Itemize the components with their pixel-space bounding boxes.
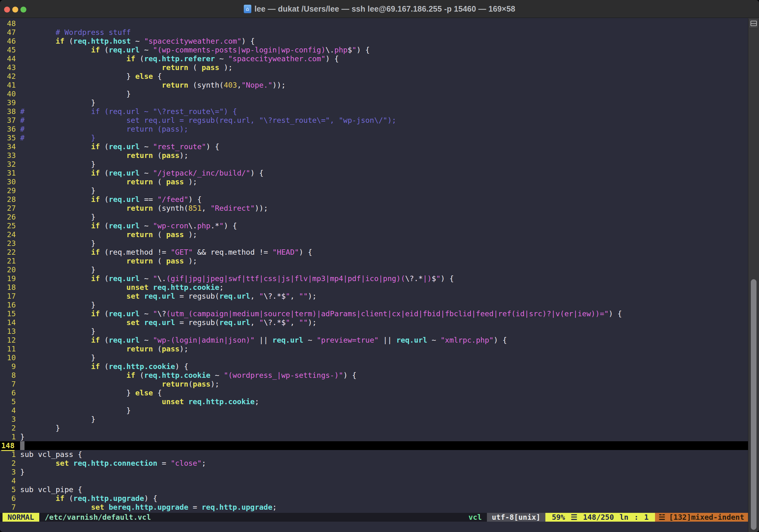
code-line: 1sub vcl_pass { xyxy=(0,450,748,459)
line-number: 45 xyxy=(3,46,16,54)
code-line: 32 } xyxy=(0,160,748,169)
window-title: lee — dukat /Users/lee — ssh lee@69.167.… xyxy=(255,4,515,14)
code-line: 8 if (req.http.cookie ~ "(wordpress_|wp-… xyxy=(0,371,748,380)
command-line[interactable] xyxy=(0,522,748,530)
code-line: 21 return ( pass ); xyxy=(0,256,748,265)
scrollbar[interactable] xyxy=(748,18,759,532)
terminal-rows: 4847 # Wordpress stuff46 if (req.http.ho… xyxy=(0,18,748,513)
code-line: 45 if (req.url ~ "(wp-comments-posts|wp-… xyxy=(0,46,748,54)
line-number: 48 xyxy=(3,19,16,28)
code-line: 6 } else { xyxy=(0,389,748,397)
home-folder-proxy-icon[interactable]: ⌂ xyxy=(244,5,251,13)
file-path: /etc/varnish/default.vcl xyxy=(45,513,151,522)
code-line: 37# set req.url = regsub(req.url, "\?res… xyxy=(0,116,748,125)
line-number: 46 xyxy=(3,37,16,46)
column-number: 1 xyxy=(644,513,649,522)
line-number: 41 xyxy=(3,81,16,90)
code-line: 20 } xyxy=(0,265,748,274)
code-line: 35# } xyxy=(0,133,748,142)
line-number: 4 xyxy=(3,406,16,415)
line-number: 44 xyxy=(3,54,16,63)
line-number: 29 xyxy=(3,186,16,195)
code-line: 7 return(pass); xyxy=(0,380,748,389)
code-line: 4 } xyxy=(0,406,748,415)
line-number: 27 xyxy=(3,204,16,212)
line-number: 37 xyxy=(3,116,16,125)
code-line: 19 if (req.url ~ "\.(gif|jpg|jpeg|swf|tt… xyxy=(0,274,748,283)
code-line: 33 return (pass); xyxy=(0,151,748,160)
line-number: 36 xyxy=(3,125,16,133)
terminal-window: ⌂ lee — dukat /Users/lee — ssh lee@69.16… xyxy=(0,0,759,532)
code-line: 15 if (req.url ~ "\?(utm_(campaign|mediu… xyxy=(0,309,748,318)
line-number: 10 xyxy=(3,353,16,362)
title-bar[interactable]: ⌂ lee — dukat /Users/lee — ssh lee@69.16… xyxy=(0,0,759,18)
mixed-indent-warning: ☱ [132]mixed-indent xyxy=(655,513,748,522)
line-number: 39 xyxy=(3,98,16,107)
code-line: 13 } xyxy=(0,327,748,336)
code-line: 31 if (req.url ~ "/jetpack/_inc/build/")… xyxy=(0,169,748,177)
filetype-indicator: vcl xyxy=(468,513,482,522)
code-line: 3 } xyxy=(0,415,748,424)
line-number: 33 xyxy=(3,151,16,160)
code-line: 40 } xyxy=(0,90,748,98)
column-colon: : xyxy=(634,513,638,522)
line-number: 47 xyxy=(3,28,16,37)
line-number: 26 xyxy=(3,212,16,221)
scroll-position-indicator: 59% ☰ 148/250 ln : 1 xyxy=(545,513,655,522)
line-number: 2 xyxy=(3,459,16,468)
close-button[interactable] xyxy=(4,7,10,13)
minimize-button[interactable] xyxy=(12,7,18,13)
line-number: 35 xyxy=(3,133,16,142)
line-number: 19 xyxy=(3,274,16,283)
line-number: 1 xyxy=(3,433,16,441)
code-line: 7 set bereq.http.upgrade = req.http.upgr… xyxy=(0,503,748,512)
code-line: 47 # Wordpress stuff xyxy=(0,28,748,37)
indent-icon: ☱ xyxy=(659,513,665,522)
line-number: 11 xyxy=(3,345,16,353)
code-line: 5sub vcl_pipe { xyxy=(0,485,748,494)
code-line: 27 return (synth(851, "Redirect")); xyxy=(0,204,748,212)
code-line: 48 xyxy=(0,19,748,28)
encoding-indicator: utf-8[unix] xyxy=(487,513,546,522)
code-line: 23 } xyxy=(0,239,748,248)
line-number: 6 xyxy=(3,494,16,503)
line-number: 32 xyxy=(3,160,16,169)
line-number: 31 xyxy=(3,169,16,177)
split-pane-button[interactable] xyxy=(749,19,758,28)
zoom-button[interactable] xyxy=(20,7,26,13)
statusbar-spacer xyxy=(151,513,468,522)
cursor-line: 148 xyxy=(0,441,748,450)
scrollbar-thumb[interactable] xyxy=(751,279,756,530)
line-number: 24 xyxy=(3,230,16,239)
line-number: 4 xyxy=(3,476,16,485)
code-line: 28 if (req.url == "/feed") { xyxy=(0,195,748,204)
terminal-bottom-padding xyxy=(0,530,748,532)
code-line: 24 return ( pass ); xyxy=(0,230,748,239)
code-line: 10 } xyxy=(0,353,748,362)
code-line: 17 set req.url = regsub(req.url, "\?.*$"… xyxy=(0,292,748,301)
line-number: 42 xyxy=(3,72,16,81)
terminal-content[interactable]: 4847 # Wordpress stuff46 if (req.http.ho… xyxy=(0,18,748,532)
lines-icon: ☰ xyxy=(571,513,578,522)
column-label: ln xyxy=(619,513,628,522)
code-line: 3} xyxy=(0,468,748,476)
line-number: 1 xyxy=(3,450,16,459)
line-number: 14 xyxy=(3,318,16,327)
code-line: 11 return (pass); xyxy=(0,345,748,353)
line-number: 15 xyxy=(3,309,16,318)
line-number: 6 xyxy=(3,389,16,397)
code-line: 43 return ( pass ); xyxy=(0,63,748,72)
line-number: 13 xyxy=(3,327,16,336)
line-number: 5 xyxy=(3,485,16,494)
code-line: 42 } else { xyxy=(0,72,748,81)
cursor xyxy=(20,441,24,450)
code-line: 44 if (req.http.referer ~ "spacecityweat… xyxy=(0,54,748,63)
main-area: 4847 # Wordpress stuff46 if (req.http.ho… xyxy=(0,18,759,532)
mode-indicator: NORMAL xyxy=(3,513,39,522)
code-line: 30 return ( pass ); xyxy=(0,177,748,186)
code-line: 2 } xyxy=(0,424,748,433)
line-number: 23 xyxy=(3,239,16,248)
code-line: 4 xyxy=(0,476,748,485)
indent-warning-text: [132]mixed-indent xyxy=(669,513,744,522)
line-number: 3 xyxy=(3,415,16,424)
